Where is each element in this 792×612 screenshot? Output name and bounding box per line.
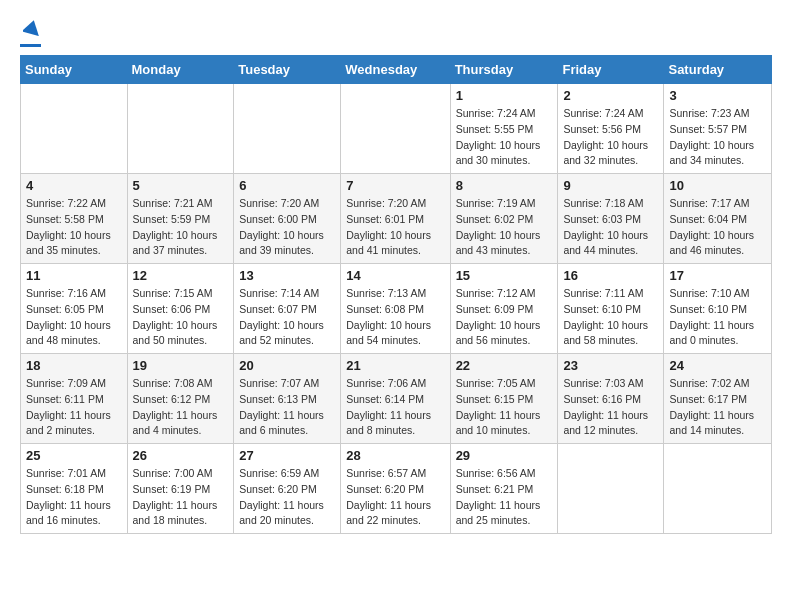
day-number: 14 bbox=[346, 268, 444, 283]
calendar-cell: 6Sunrise: 7:20 AMSunset: 6:00 PMDaylight… bbox=[234, 174, 341, 264]
day-info: Sunrise: 7:12 AMSunset: 6:09 PMDaylight:… bbox=[456, 286, 553, 349]
day-number: 17 bbox=[669, 268, 766, 283]
day-info: Sunrise: 7:24 AMSunset: 5:56 PMDaylight:… bbox=[563, 106, 658, 169]
day-info: Sunrise: 7:18 AMSunset: 6:03 PMDaylight:… bbox=[563, 196, 658, 259]
calendar-cell: 1Sunrise: 7:24 AMSunset: 5:55 PMDaylight… bbox=[450, 84, 558, 174]
day-number: 3 bbox=[669, 88, 766, 103]
day-info: Sunrise: 7:09 AMSunset: 6:11 PMDaylight:… bbox=[26, 376, 122, 439]
calendar-cell: 7Sunrise: 7:20 AMSunset: 6:01 PMDaylight… bbox=[341, 174, 450, 264]
calendar-header: SundayMondayTuesdayWednesdayThursdayFrid… bbox=[21, 56, 772, 84]
calendar-cell bbox=[558, 444, 664, 534]
day-info: Sunrise: 6:57 AMSunset: 6:20 PMDaylight:… bbox=[346, 466, 444, 529]
calendar-cell: 19Sunrise: 7:08 AMSunset: 6:12 PMDayligh… bbox=[127, 354, 234, 444]
day-info: Sunrise: 6:56 AMSunset: 6:21 PMDaylight:… bbox=[456, 466, 553, 529]
calendar-cell: 3Sunrise: 7:23 AMSunset: 5:57 PMDaylight… bbox=[664, 84, 772, 174]
column-header-saturday: Saturday bbox=[664, 56, 772, 84]
calendar-cell: 24Sunrise: 7:02 AMSunset: 6:17 PMDayligh… bbox=[664, 354, 772, 444]
day-info: Sunrise: 7:24 AMSunset: 5:55 PMDaylight:… bbox=[456, 106, 553, 169]
day-number: 22 bbox=[456, 358, 553, 373]
calendar-cell: 5Sunrise: 7:21 AMSunset: 5:59 PMDaylight… bbox=[127, 174, 234, 264]
day-info: Sunrise: 7:11 AMSunset: 6:10 PMDaylight:… bbox=[563, 286, 658, 349]
column-header-wednesday: Wednesday bbox=[341, 56, 450, 84]
calendar-cell: 21Sunrise: 7:06 AMSunset: 6:14 PMDayligh… bbox=[341, 354, 450, 444]
calendar-cell: 25Sunrise: 7:01 AMSunset: 6:18 PMDayligh… bbox=[21, 444, 128, 534]
day-number: 9 bbox=[563, 178, 658, 193]
calendar-cell bbox=[341, 84, 450, 174]
calendar-table: SundayMondayTuesdayWednesdayThursdayFrid… bbox=[20, 55, 772, 534]
day-info: Sunrise: 7:16 AMSunset: 6:05 PMDaylight:… bbox=[26, 286, 122, 349]
day-info: Sunrise: 7:15 AMSunset: 6:06 PMDaylight:… bbox=[133, 286, 229, 349]
calendar-cell bbox=[664, 444, 772, 534]
page-header bbox=[20, 16, 772, 47]
day-info: Sunrise: 7:07 AMSunset: 6:13 PMDaylight:… bbox=[239, 376, 335, 439]
day-info: Sunrise: 7:13 AMSunset: 6:08 PMDaylight:… bbox=[346, 286, 444, 349]
day-number: 27 bbox=[239, 448, 335, 463]
day-number: 24 bbox=[669, 358, 766, 373]
day-info: Sunrise: 7:21 AMSunset: 5:59 PMDaylight:… bbox=[133, 196, 229, 259]
calendar-cell: 14Sunrise: 7:13 AMSunset: 6:08 PMDayligh… bbox=[341, 264, 450, 354]
column-header-sunday: Sunday bbox=[21, 56, 128, 84]
column-header-thursday: Thursday bbox=[450, 56, 558, 84]
day-number: 13 bbox=[239, 268, 335, 283]
day-info: Sunrise: 7:14 AMSunset: 6:07 PMDaylight:… bbox=[239, 286, 335, 349]
day-number: 6 bbox=[239, 178, 335, 193]
calendar-cell: 10Sunrise: 7:17 AMSunset: 6:04 PMDayligh… bbox=[664, 174, 772, 264]
calendar-cell: 13Sunrise: 7:14 AMSunset: 6:07 PMDayligh… bbox=[234, 264, 341, 354]
svg-marker-0 bbox=[23, 18, 41, 36]
calendar-cell: 26Sunrise: 7:00 AMSunset: 6:19 PMDayligh… bbox=[127, 444, 234, 534]
calendar-week-4: 18Sunrise: 7:09 AMSunset: 6:11 PMDayligh… bbox=[21, 354, 772, 444]
day-number: 18 bbox=[26, 358, 122, 373]
day-number: 10 bbox=[669, 178, 766, 193]
calendar-cell: 4Sunrise: 7:22 AMSunset: 5:58 PMDaylight… bbox=[21, 174, 128, 264]
day-info: Sunrise: 7:02 AMSunset: 6:17 PMDaylight:… bbox=[669, 376, 766, 439]
day-number: 16 bbox=[563, 268, 658, 283]
day-number: 8 bbox=[456, 178, 553, 193]
column-header-friday: Friday bbox=[558, 56, 664, 84]
logo-triangle-icon bbox=[23, 18, 41, 36]
calendar-cell: 17Sunrise: 7:10 AMSunset: 6:10 PMDayligh… bbox=[664, 264, 772, 354]
calendar-cell: 16Sunrise: 7:11 AMSunset: 6:10 PMDayligh… bbox=[558, 264, 664, 354]
day-info: Sunrise: 7:22 AMSunset: 5:58 PMDaylight:… bbox=[26, 196, 122, 259]
day-info: Sunrise: 7:23 AMSunset: 5:57 PMDaylight:… bbox=[669, 106, 766, 169]
column-header-tuesday: Tuesday bbox=[234, 56, 341, 84]
calendar-cell: 15Sunrise: 7:12 AMSunset: 6:09 PMDayligh… bbox=[450, 264, 558, 354]
day-number: 2 bbox=[563, 88, 658, 103]
calendar-week-1: 1Sunrise: 7:24 AMSunset: 5:55 PMDaylight… bbox=[21, 84, 772, 174]
day-number: 21 bbox=[346, 358, 444, 373]
calendar-cell: 28Sunrise: 6:57 AMSunset: 6:20 PMDayligh… bbox=[341, 444, 450, 534]
calendar-cell: 2Sunrise: 7:24 AMSunset: 5:56 PMDaylight… bbox=[558, 84, 664, 174]
day-info: Sunrise: 7:17 AMSunset: 6:04 PMDaylight:… bbox=[669, 196, 766, 259]
day-info: Sunrise: 7:01 AMSunset: 6:18 PMDaylight:… bbox=[26, 466, 122, 529]
day-info: Sunrise: 7:05 AMSunset: 6:15 PMDaylight:… bbox=[456, 376, 553, 439]
day-info: Sunrise: 7:10 AMSunset: 6:10 PMDaylight:… bbox=[669, 286, 766, 349]
calendar-cell: 9Sunrise: 7:18 AMSunset: 6:03 PMDaylight… bbox=[558, 174, 664, 264]
day-info: Sunrise: 7:20 AMSunset: 6:00 PMDaylight:… bbox=[239, 196, 335, 259]
day-number: 5 bbox=[133, 178, 229, 193]
calendar-cell: 27Sunrise: 6:59 AMSunset: 6:20 PMDayligh… bbox=[234, 444, 341, 534]
day-number: 29 bbox=[456, 448, 553, 463]
calendar-cell: 20Sunrise: 7:07 AMSunset: 6:13 PMDayligh… bbox=[234, 354, 341, 444]
day-number: 26 bbox=[133, 448, 229, 463]
day-number: 20 bbox=[239, 358, 335, 373]
day-info: Sunrise: 7:20 AMSunset: 6:01 PMDaylight:… bbox=[346, 196, 444, 259]
calendar-cell: 22Sunrise: 7:05 AMSunset: 6:15 PMDayligh… bbox=[450, 354, 558, 444]
day-number: 25 bbox=[26, 448, 122, 463]
calendar-cell bbox=[21, 84, 128, 174]
day-info: Sunrise: 7:08 AMSunset: 6:12 PMDaylight:… bbox=[133, 376, 229, 439]
day-number: 1 bbox=[456, 88, 553, 103]
day-number: 4 bbox=[26, 178, 122, 193]
day-number: 12 bbox=[133, 268, 229, 283]
calendar-week-5: 25Sunrise: 7:01 AMSunset: 6:18 PMDayligh… bbox=[21, 444, 772, 534]
day-info: Sunrise: 7:19 AMSunset: 6:02 PMDaylight:… bbox=[456, 196, 553, 259]
day-number: 28 bbox=[346, 448, 444, 463]
logo bbox=[20, 16, 41, 47]
calendar-cell: 18Sunrise: 7:09 AMSunset: 6:11 PMDayligh… bbox=[21, 354, 128, 444]
day-number: 7 bbox=[346, 178, 444, 193]
day-info: Sunrise: 7:00 AMSunset: 6:19 PMDaylight:… bbox=[133, 466, 229, 529]
day-info: Sunrise: 7:03 AMSunset: 6:16 PMDaylight:… bbox=[563, 376, 658, 439]
day-number: 11 bbox=[26, 268, 122, 283]
column-header-monday: Monday bbox=[127, 56, 234, 84]
day-number: 15 bbox=[456, 268, 553, 283]
day-number: 19 bbox=[133, 358, 229, 373]
day-number: 23 bbox=[563, 358, 658, 373]
